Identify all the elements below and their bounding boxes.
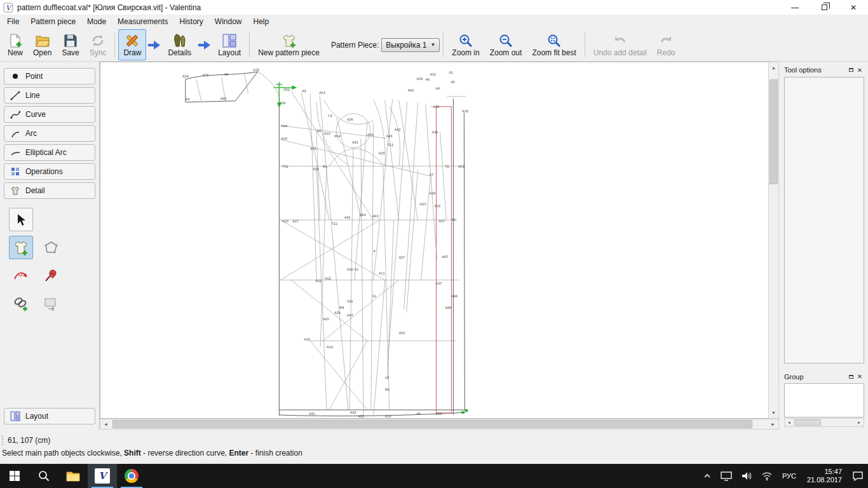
pattern-label: T2 (444, 165, 449, 168)
menu-mode[interactable]: Mode (81, 15, 112, 28)
menu-pattern-piece[interactable]: Pattern piece (25, 15, 81, 28)
toolbox-category-elliptical-arc[interactable]: Elliptical Arc (4, 144, 95, 161)
toolbar-separator (443, 32, 444, 57)
details-mode-button[interactable]: Details (163, 29, 196, 60)
horizontal-scroll-thumb[interactable] (112, 420, 752, 428)
pattern-label: A12 (325, 276, 331, 280)
hint-enter-key: Enter (229, 449, 248, 458)
restore-button[interactable] (810, 0, 839, 15)
pattern-label: K21 (358, 414, 365, 418)
cursor-coordinates: 61, 107 (cm) (8, 436, 50, 445)
search-button[interactable] (29, 464, 58, 488)
float-icon (849, 68, 853, 72)
scroll-up-icon[interactable]: ▲ (769, 62, 778, 73)
vertical-scrollbar[interactable]: ▲ ▼ (768, 62, 779, 419)
new-pattern-piece-button[interactable]: New pattern piece (253, 29, 325, 60)
union-chain-icon (13, 295, 29, 312)
zoom-out-button[interactable]: Zoom out (485, 29, 527, 60)
scroll-down-icon[interactable]: ▼ (769, 407, 778, 418)
clock[interactable]: 15:47 21.08.2017 (801, 464, 848, 488)
arrow-tool-button[interactable] (9, 208, 33, 231)
language-indicator[interactable]: РУС (777, 464, 801, 488)
seam-allowance-tool-button[interactable] (39, 236, 63, 259)
zoom-in-button[interactable]: Zoom in (447, 29, 484, 60)
menu-window[interactable]: Window (209, 15, 248, 28)
minimize-button[interactable]: — (780, 0, 810, 15)
pattern-label: A1 (449, 71, 453, 74)
start-button[interactable] (0, 464, 29, 488)
statusbar-grip (2, 436, 4, 445)
horizontal-scrollbar[interactable]: ◄ ► (100, 419, 779, 430)
menu-measurements[interactable]: Measurements (112, 15, 173, 28)
taskbar-chrome-button[interactable] (117, 464, 146, 488)
group-scrollbar[interactable]: ◄ ► (784, 418, 864, 427)
close-button[interactable]: ✕ (839, 0, 868, 15)
toolbox-category-operations[interactable]: Operations (4, 163, 95, 180)
union-details-tool-button[interactable] (9, 292, 33, 315)
toolbox-category-detail[interactable]: Detail (4, 182, 95, 199)
tray-wifi-button[interactable] (757, 464, 777, 488)
taskbar-valentina-button[interactable]: V (88, 464, 117, 488)
windows-logo-icon (9, 470, 20, 482)
toolbox-layout-button[interactable]: Layout (4, 408, 95, 424)
vertical-scroll-track[interactable] (769, 73, 778, 407)
zoom-fit-best-button[interactable]: Zoom fit best (527, 29, 581, 60)
drawing-canvas[interactable]: A34A71A8A70A3A48A52A2A53A31A1A56A6A40A4A… (100, 62, 768, 419)
open-button[interactable]: Open (28, 29, 57, 60)
insert-node-tool-button[interactable] (9, 264, 33, 287)
new-detail-icon (13, 240, 29, 256)
layout-mode-button[interactable]: Layout (213, 29, 246, 60)
group-scroll-track[interactable] (794, 419, 855, 426)
menu-help[interactable]: Help (248, 15, 275, 28)
toolbar-separator (585, 32, 585, 57)
tray-display-button[interactable] (716, 464, 736, 488)
toolbox-category-line[interactable]: Line (4, 87, 95, 104)
float-dock-button[interactable] (846, 372, 855, 381)
tray-expand-button[interactable] (698, 464, 716, 488)
action-center-button[interactable] (848, 464, 868, 488)
zoom-fit-label: Zoom fit best (532, 49, 576, 57)
file-explorer-button[interactable] (58, 464, 88, 488)
pattern-label: A23 (420, 202, 426, 206)
menu-history[interactable]: History (173, 15, 208, 28)
tray-volume-button[interactable] (736, 464, 757, 488)
toolbox-category-arc[interactable]: Arc (4, 125, 95, 142)
pin-tool-button[interactable] (39, 264, 63, 287)
scroll-right-icon[interactable]: ► (768, 419, 778, 429)
group-panel (784, 383, 864, 417)
float-dock-button[interactable] (846, 65, 855, 74)
export-details-tool-button[interactable] (39, 292, 63, 315)
system-tray: РУС 15:47 21.08.2017 (698, 464, 868, 488)
menu-file[interactable]: File (1, 15, 25, 28)
pattern-label: A34 (182, 74, 189, 78)
category-label: Curve (25, 110, 46, 119)
vertical-scroll-thumb[interactable] (770, 79, 778, 184)
pattern-label: A57 (438, 219, 445, 223)
pattern-label: A53 (319, 91, 325, 95)
menubar: File Pattern piece Mode Measurements His… (0, 15, 868, 29)
pattern-drawing[interactable]: A34A71A8A70A3A48A52A2A53A31A1A56A6A40A4A… (100, 62, 768, 418)
pattern-label: A11 (379, 271, 385, 275)
scroll-left-icon[interactable]: ◄ (785, 419, 794, 426)
save-button[interactable]: Save (57, 29, 84, 60)
draw-label: Draw (123, 49, 141, 57)
close-dock-button[interactable]: ✕ (855, 65, 864, 74)
toolbox-category-curve[interactable]: Curve (4, 106, 95, 123)
draw-mode-button[interactable]: Draw (118, 29, 146, 60)
new-detail-tool-button[interactable] (9, 236, 33, 259)
new-button[interactable]: New (3, 29, 28, 60)
pattern-piece-combobox[interactable]: Выкройка 1 ▼ (381, 38, 440, 52)
pattern-label: A20 (313, 167, 319, 171)
scroll-right-icon[interactable]: ► (855, 419, 864, 426)
toolbox-category-point[interactable]: Point (4, 68, 95, 85)
pattern-label: A43 (386, 134, 393, 138)
scroll-left-icon[interactable]: ◄ (100, 419, 111, 429)
pattern-label: A37 (435, 281, 442, 285)
redo-button: Redo (652, 29, 681, 60)
group-scroll-thumb[interactable] (794, 419, 821, 426)
close-dock-button[interactable]: ✕ (855, 372, 864, 381)
horizontal-scroll-track[interactable] (111, 419, 768, 429)
tool-options-title: Tool options (784, 66, 846, 74)
pattern-label: A16 (281, 137, 287, 140)
category-label: Arc (25, 129, 37, 138)
